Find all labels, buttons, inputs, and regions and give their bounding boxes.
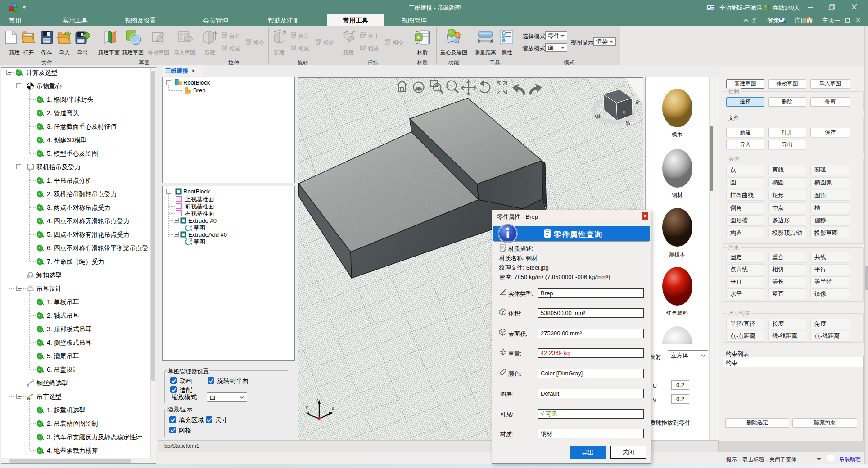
svg-text:前: 前: [622, 111, 626, 115]
svg-text:S: S: [625, 119, 631, 127]
svg-text:Y: Y: [305, 405, 308, 410]
svg-text:上: 上: [613, 94, 617, 99]
svg-text:W: W: [594, 112, 601, 121]
svg-text:X: X: [331, 406, 335, 411]
svg-text:Z: Z: [316, 398, 318, 403]
svg-text:E: E: [635, 99, 640, 106]
